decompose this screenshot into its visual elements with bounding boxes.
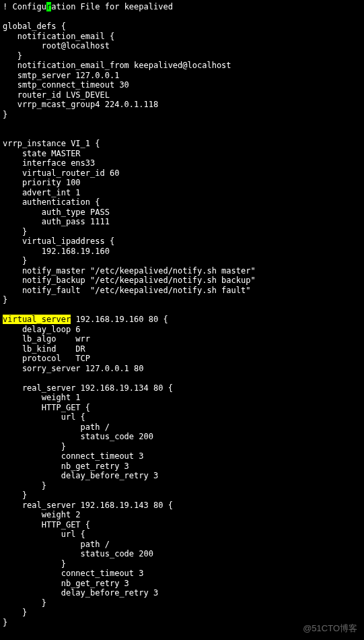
rs2-weight: weight 2 (3, 510, 81, 519)
vrrp-virtual-router-id: virtual_router_id 60 (3, 168, 119, 178)
vrrp-notify-fault: notify_fault "/etc/keepalived/notify.sh … (3, 286, 250, 295)
virtual-server-keyword-highlight: virtual_server (3, 315, 71, 324)
vs-protocol: protocol TCP (3, 354, 90, 363)
rs1-connect-timeout: connect_timeout 3 (3, 451, 144, 461)
rs1-delay-before-retry: delay_before_retry 3 (3, 471, 158, 480)
vs-sorry-server: sorry_server 127.0.0.1 80 (3, 364, 144, 373)
vrrp-notify-backup: notify_backup "/etc/keepalived/notify.sh… (3, 276, 256, 285)
rs1-url-path: path / (3, 422, 110, 432)
global-defs-open: global_defs { (3, 22, 66, 31)
rs1-weight: weight 1 (3, 393, 81, 402)
rs2-open: real_server 192.168.19.143 80 { (3, 501, 173, 510)
vrrp-vip-close: } (3, 256, 27, 265)
vrrp-mcast-group: vrrp_mcast_group4 224.0.1.118 (3, 100, 158, 109)
global-defs-close: } (3, 110, 7, 119)
router-id: router_id LVS_DEVEL (3, 90, 110, 100)
vs-lb-kind: lb_kind DR (3, 344, 85, 354)
vrrp-priority: priority 100 (3, 178, 81, 187)
rs2-connect-timeout: connect_timeout 3 (3, 569, 144, 578)
smtp-connect-timeout: smtp_connect_timeout 30 (3, 80, 129, 90)
rs2-close: } (3, 608, 27, 617)
vrrp-auth-type: auth_type PASS (3, 207, 110, 217)
rs2-http-get-close: } (3, 598, 46, 608)
rs2-http-get-open: HTTP_GET { (3, 520, 90, 530)
vrrp-auth-close: } (3, 227, 27, 236)
rs2-nb-get-retry: nb_get_retry 3 (3, 579, 129, 588)
vrrp-auth-pass: auth_pass 1111 (3, 217, 110, 226)
vrrp-interface: interface ens33 (3, 158, 95, 168)
rs2-url-status: status_code 200 (3, 549, 153, 558)
rs1-http-get-open: HTTP_GET { (3, 403, 90, 412)
vrrp-instance-open: vrrp_instance VI_1 { (3, 139, 100, 148)
rs2-url-path: path / (3, 540, 110, 549)
vs-delay-loop: delay_loop 6 (3, 325, 81, 334)
rs2-url-open: url { (3, 530, 85, 539)
notification-email-from: notification_email_from keepalived@local… (3, 61, 231, 70)
smtp-server: smtp_server 127.0.0.1 (3, 71, 119, 80)
rs1-open: real_server 192.168.19.134 80 { (3, 383, 173, 393)
virtual-server-close: } (3, 618, 7, 627)
rs1-url-status: status_code 200 (3, 432, 153, 441)
vrrp-notify-master: notify_master "/etc/keepalived/notify.sh… (3, 266, 256, 276)
notification-email-value: root@localhost (3, 41, 110, 51)
rs1-http-get-close: } (3, 481, 46, 490)
notification-email-open: notification_email { (3, 32, 114, 41)
vrrp-advert-int: advert_int 1 (3, 188, 81, 197)
rs1-url-close: } (3, 442, 66, 451)
vrrp-vip-value: 192.168.19.160 (3, 247, 110, 256)
config-comment-suffix: ation File for keepalived (51, 2, 173, 11)
rs1-url-open: url { (3, 412, 85, 422)
vrrp-state: state MASTER (3, 149, 81, 158)
rs2-url-close: } (3, 559, 66, 569)
vs-lb-algo: lb_algo wrr (3, 334, 90, 344)
rs2-delay-before-retry: delay_before_retry 3 (3, 588, 158, 598)
vrrp-vip-open: virtual_ipaddress { (3, 236, 114, 246)
vrrp-instance-close: } (3, 295, 7, 305)
vrrp-auth-open: authentication { (3, 197, 100, 207)
virtual-server-open-rest: 192.168.19.160 80 { (71, 315, 168, 324)
terminal-output: ! Configuration File for keepalived glob… (0, 0, 364, 629)
rs1-close: } (3, 490, 27, 500)
config-comment-prefix: ! Configu (3, 2, 46, 11)
notification-email-close: } (3, 51, 22, 61)
rs1-nb-get-retry: nb_get_retry 3 (3, 461, 129, 471)
